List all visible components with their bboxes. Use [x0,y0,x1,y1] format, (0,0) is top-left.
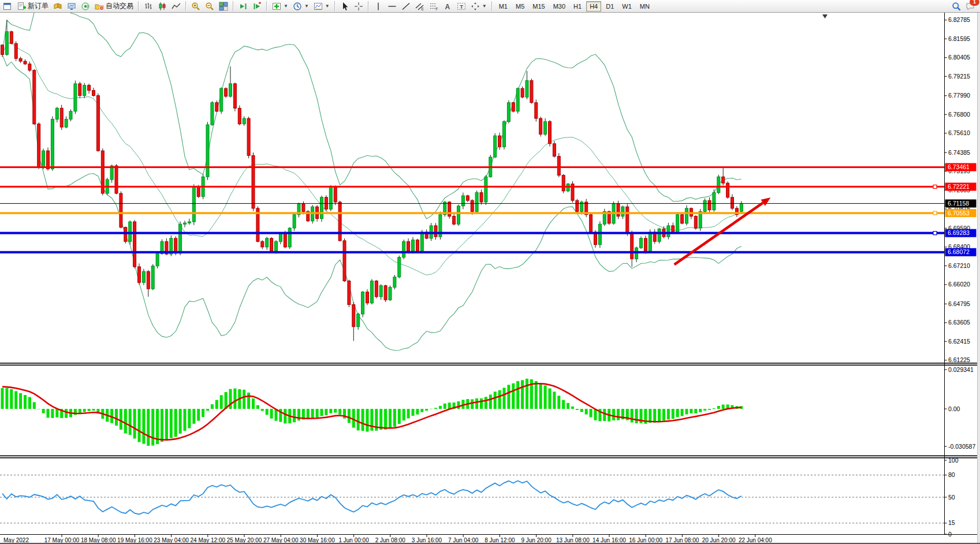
price-tag-text: 6.70553 [948,210,970,217]
macd-axis-label: -0.030587 [948,443,975,450]
time-axis-label: 19 May 16:00 [117,537,152,543]
price-line-handle[interactable] [933,185,937,188]
rsi-axis-label: 50 [948,494,955,501]
time-axis-label: 22 Jun 04:00 [739,537,772,543]
price-tag-text: 6.73461 [948,163,970,170]
price-axis-label: 6.62415 [948,338,970,345]
time-axis-label: 1 Jun 00:00 [338,537,369,543]
rsi-axis-label: 80 [948,471,955,478]
rsi-axis-label: 100 [948,457,959,464]
time-axis-label: 30 May 16:00 [300,537,335,543]
price-axis-label: 6.64795 [948,300,970,307]
time-axis-label: 16 Jun 00:00 [629,537,662,543]
price-line-handle[interactable] [933,211,937,215]
terminal-window: 新订单自动交易▼▼▼EFAT▼M1M5M15M30H1H4D1W1MN1 USD… [0,0,980,544]
time-axis-label: 18 May 08:00 [81,537,116,543]
price-line-handle[interactable] [933,232,937,235]
price-axis-label: 6.81595 [948,35,970,42]
price-tag-text: 6.71158 [948,200,969,207]
time-axis-label: 20 Jun 20:00 [702,537,736,543]
time-axis-label: May 2022 [3,537,29,543]
time-axis-label: 13 Jun 08:00 [556,537,590,543]
price-axis-label: 6.76800 [948,111,970,118]
macd-axis-label: 0.00 [948,405,960,412]
time-axis-label: 25 May 20:00 [227,537,262,543]
time-axis-label: 23 May 04:00 [154,537,189,543]
time-axis-label: 14 Jun 16:00 [593,537,626,543]
window-right-edge [977,13,980,543]
price-axis-label: 6.82785 [948,16,970,23]
time-axis-label: 2 Jun 08:00 [375,537,406,543]
price-axis-label: 6.63605 [948,319,970,326]
price-axis-label: 6.79215 [948,73,970,80]
time-axis-label: 27 May 04:00 [263,537,299,543]
macd-axis-label: 0.029341 [948,366,974,373]
chart-canvas[interactable]: 6.827856.815956.804056.792156.779906.768… [0,0,980,544]
time-axis-label: 24 May 12:00 [190,537,225,543]
price-axis-label: 6.80405 [948,54,970,61]
time-axis-label: 9 Jun 20:00 [521,537,552,543]
time-axis-label: 3 Jun 16:00 [412,537,442,543]
price-axis-label: 6.67210 [948,262,970,269]
time-axis-label: 17 Jun 08:00 [665,537,699,543]
price-tag-text: 6.68072 [948,248,970,255]
price-axis-label: 6.61225 [948,356,970,363]
price-axis-label: 6.77990 [948,92,970,99]
price-axis-label: 6.66020 [948,281,970,288]
rsi-axis-label: 0 [948,531,952,538]
time-axis-label: 8 Jun 12:00 [485,537,515,543]
time-axis-label: 17 May 00:00 [44,537,80,543]
price-axis-label: 6.74385 [948,149,970,156]
price-axis-label: 6.75610 [948,129,970,136]
rsi-axis-label: 15 [948,519,955,526]
price-tag-text: 6.69283 [948,229,970,236]
price-tag-text: 6.72221 [948,183,970,190]
time-axis-label: 7 Jun 04:00 [448,537,479,543]
